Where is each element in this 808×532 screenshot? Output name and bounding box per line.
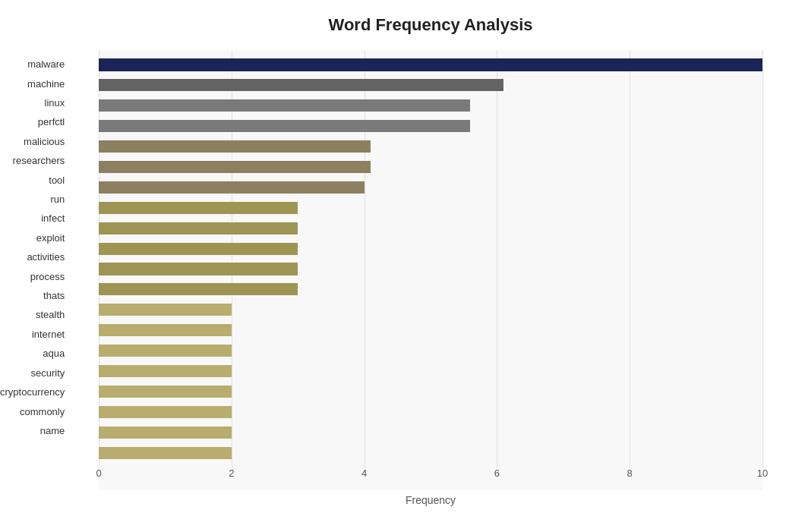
- bar-linux: [99, 99, 470, 112]
- x-tick-0: 0: [96, 467, 101, 479]
- bar-aqua: [99, 365, 232, 377]
- y-label-run: run: [0, 190, 71, 209]
- y-label-tool: tool: [0, 170, 71, 189]
- bar-perfctl: [99, 120, 470, 132]
- bar-row: [99, 96, 762, 116]
- bar-row: [99, 382, 762, 402]
- bar-row: [99, 442, 762, 463]
- bar-machine: [99, 79, 503, 91]
- y-label-activities: activities: [0, 247, 71, 266]
- bar-malware: [99, 58, 762, 71]
- bar-malicious: [99, 140, 371, 153]
- y-label-researchers: researchers: [0, 151, 71, 170]
- bar-internet: [99, 345, 232, 357]
- x-tick-4: 4: [361, 467, 367, 479]
- x-tick-6: 6: [494, 467, 500, 479]
- y-label-internet: internet: [0, 325, 71, 344]
- bar-row: [99, 279, 762, 300]
- x-tick-2: 2: [229, 467, 234, 479]
- x-tick-10: 10: [757, 467, 768, 479]
- y-label-malware: malware: [0, 55, 71, 74]
- y-label-security: security: [0, 364, 71, 382]
- bar-run: [99, 202, 298, 214]
- bar-exploit: [99, 243, 298, 255]
- bars-area: malwaremachinelinuxperfctlmaliciousresea…: [99, 50, 762, 467]
- bar-row: [99, 320, 762, 341]
- bar-row: [99, 238, 762, 259]
- bar-row: [99, 55, 762, 75]
- y-label-aqua: aqua: [0, 344, 71, 363]
- bar-stealth: [99, 324, 232, 336]
- y-label-cryptocurrency: cryptocurrency: [0, 382, 71, 401]
- bar-infect: [99, 222, 298, 235]
- y-label-perfctl: perfctl: [0, 112, 71, 131]
- bar-researchers: [99, 161, 371, 173]
- bar-activities: [99, 263, 298, 275]
- x-axis-label: Frequency: [99, 494, 762, 506]
- bar-row: [99, 218, 762, 238]
- bar-row: [99, 341, 762, 361]
- bar-row: [99, 300, 762, 320]
- y-label-malicious: malicious: [0, 132, 71, 151]
- bar-row: [99, 137, 762, 157]
- y-label-thats: thats: [0, 286, 71, 305]
- chart-area: malwaremachinelinuxperfctlmaliciousresea…: [99, 50, 762, 490]
- bar-row: [99, 259, 762, 279]
- bar-row: [99, 197, 762, 218]
- grid-line: [762, 50, 763, 467]
- bar-name: [99, 447, 232, 459]
- bar-row: [99, 361, 762, 382]
- bar-security: [99, 386, 232, 398]
- y-label-process: process: [0, 266, 71, 285]
- bar-process: [99, 283, 298, 295]
- y-label-linux: linux: [0, 93, 71, 112]
- chart-title: Word Frequency Analysis: [99, 15, 762, 35]
- chart-container: Word Frequency Analysis malwaremachineli…: [0, 0, 808, 532]
- bar-cryptocurrency: [99, 406, 232, 418]
- bar-row: [99, 401, 762, 422]
- bar-row: [99, 422, 762, 442]
- y-labels: malwaremachinelinuxperfctlmaliciousresea…: [0, 50, 71, 445]
- y-label-name: name: [0, 421, 71, 440]
- y-label-infect: infect: [0, 209, 71, 228]
- bar-thats: [99, 304, 232, 316]
- y-label-exploit: exploit: [0, 228, 71, 247]
- bar-row: [99, 157, 762, 178]
- bar-row: [99, 177, 762, 197]
- x-tick-8: 8: [627, 467, 633, 479]
- bar-tool: [99, 181, 365, 194]
- y-label-commonly: commonly: [0, 401, 71, 420]
- y-label-machine: machine: [0, 74, 71, 93]
- bar-row: [99, 75, 762, 96]
- x-axis: 0246810: [99, 467, 762, 490]
- bar-row: [99, 116, 762, 137]
- y-label-stealth: stealth: [0, 305, 71, 324]
- bar-commonly: [99, 427, 232, 439]
